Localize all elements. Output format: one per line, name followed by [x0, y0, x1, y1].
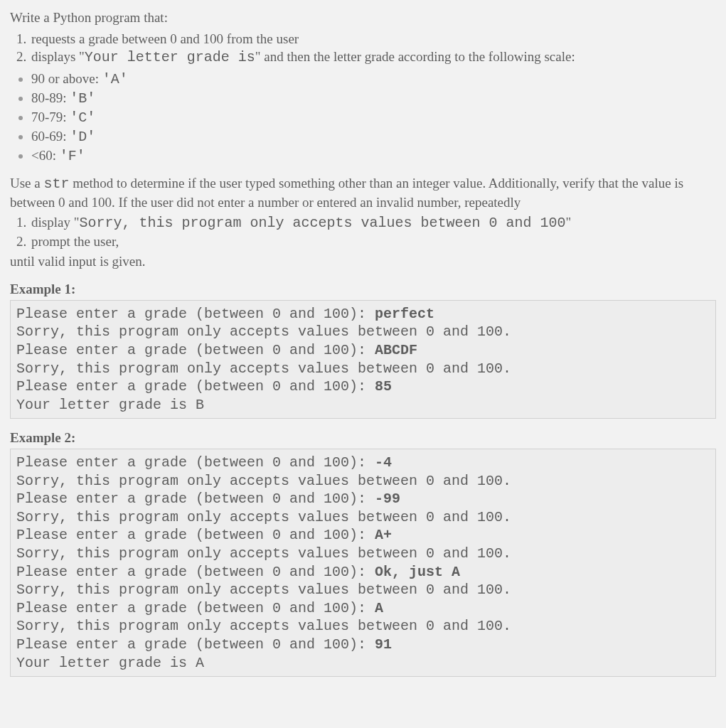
req-text-pre: displays "	[31, 49, 85, 64]
until-text: until valid input is given.	[10, 252, 716, 271]
console-input: 85	[375, 378, 392, 395]
console-line: Please enter a grade (between 0 and 100)…	[16, 599, 710, 618]
scale-label: 70-79:	[31, 109, 70, 124]
scale-label: <60:	[31, 148, 60, 163]
console-line: Please enter a grade (between 0 and 100)…	[16, 341, 710, 360]
console-line: Please enter a grade (between 0 and 100)…	[16, 305, 710, 323]
example-1-label: Example 1:	[10, 280, 716, 299]
scale-grade: 'C'	[70, 109, 95, 126]
console-prompt: Please enter a grade (between 0 and 100)…	[16, 378, 375, 395]
console-prompt: Please enter a grade (between 0 and 100)…	[16, 454, 375, 471]
console-prompt: Please enter a grade (between 0 and 100)…	[16, 342, 375, 358]
err-pre: display "	[31, 215, 79, 230]
console-prompt: Please enter a grade (between 0 and 100)…	[16, 564, 375, 580]
req-code: Your letter grade is	[85, 49, 255, 65]
console-line: Please enter a grade (between 0 and 100)…	[16, 636, 710, 654]
console-prompt: Please enter a grade (between 0 and 100)…	[16, 636, 375, 653]
scale-label: 60-69:	[31, 129, 70, 144]
error-step-item: prompt the user,	[30, 232, 716, 251]
console-prompt: Please enter a grade (between 0 and 100)…	[16, 306, 375, 322]
scale-label: 80-89:	[31, 90, 70, 105]
err-post: "	[566, 215, 572, 230]
para-code: str	[43, 176, 69, 192]
scale-label: 90 or above:	[31, 71, 102, 86]
para-post: method to determine if the user typed so…	[10, 176, 683, 210]
console-line: Please enter a grade (between 0 and 100)…	[16, 490, 710, 508]
console-line: Sorry, this program only accepts values …	[16, 360, 710, 378]
error-step-item: display "Sorry, this program only accept…	[30, 213, 716, 232]
scale-item: 90 or above: 'A'	[31, 70, 716, 89]
console-prompt: Please enter a grade (between 0 and 100)…	[16, 600, 375, 616]
scale-grade: 'F'	[60, 148, 85, 164]
requirements-list: requests a grade between 0 and 100 from …	[10, 30, 716, 68]
console-input: perfect	[375, 306, 434, 322]
scale-item: 60-69: 'D'	[31, 127, 716, 146]
console-line: Sorry, this program only accepts values …	[16, 581, 710, 599]
para-pre: Use a	[10, 176, 43, 191]
console-line: Sorry, this program only accepts values …	[16, 617, 710, 636]
scale-grade: 'A'	[102, 71, 128, 87]
requirement-item: requests a grade between 0 and 100 from …	[30, 30, 716, 48]
intro-text: Write a Python program that:	[10, 9, 716, 27]
scale-item: 70-79: 'C'	[31, 108, 716, 127]
requirement-item: displays "Your letter grade is" and then…	[30, 48, 716, 67]
scale-item: <60: 'F'	[31, 146, 716, 166]
console-input: 91	[375, 636, 392, 653]
console-line: Please enter a grade (between 0 and 100)…	[16, 563, 710, 582]
instruction-paragraph: Use a str method to determine if the use…	[10, 174, 716, 212]
console-input: A	[375, 600, 383, 616]
console-input: -99	[375, 491, 400, 507]
req-text: requests a grade between 0 and 100 from …	[31, 31, 299, 46]
console-line: Sorry, this program only accepts values …	[16, 545, 710, 563]
error-steps-list: display "Sorry, this program only accept…	[10, 213, 716, 251]
example-1-console: Please enter a grade (between 0 and 100)…	[10, 300, 716, 419]
console-input: A+	[375, 527, 392, 543]
grade-scale-list: 90 or above: 'A' 80-89: 'B' 70-79: 'C' 6…	[10, 70, 716, 166]
scale-grade: 'B'	[70, 90, 95, 107]
console-prompt: Please enter a grade (between 0 and 100)…	[16, 491, 375, 507]
console-line: Please enter a grade (between 0 and 100)…	[16, 454, 710, 472]
console-input: Ok, just A	[375, 564, 460, 580]
console-input: ABCDF	[375, 342, 417, 358]
console-line: Sorry, this program only accepts values …	[16, 472, 710, 491]
req-text-post: " and then the letter grade according to…	[255, 49, 575, 64]
console-line: Sorry, this program only accepts values …	[16, 508, 710, 527]
scale-item: 80-89: 'B'	[31, 89, 716, 108]
example-2-label: Example 2:	[10, 429, 716, 447]
console-line: Please enter a grade (between 0 and 100)…	[16, 526, 710, 545]
console-line: Your letter grade is A	[16, 654, 710, 673]
scale-grade: 'D'	[70, 129, 95, 145]
console-input: -4	[375, 454, 392, 471]
console-line: Your letter grade is B	[16, 396, 710, 414]
console-prompt: Please enter a grade (between 0 and 100)…	[16, 527, 375, 543]
err-code: Sorry, this program only accepts values …	[79, 215, 565, 231]
console-line: Sorry, this program only accepts values …	[16, 323, 710, 341]
console-line: Please enter a grade (between 0 and 100)…	[16, 378, 710, 396]
err-pre: prompt the user,	[31, 234, 119, 249]
example-2-console: Please enter a grade (between 0 and 100)…	[10, 449, 716, 677]
